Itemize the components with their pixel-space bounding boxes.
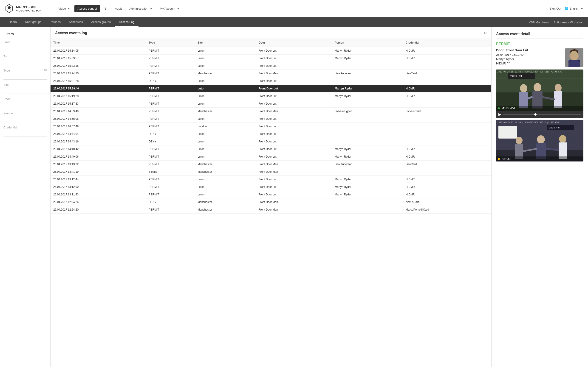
cell-0: 26.04.2017 15:19:28 [51,92,146,100]
cell-1: PERMIT [146,153,195,161]
cell-5 [403,138,491,145]
table-row[interactable]: 26.04.2017 13:41:19STATEManchesterFront … [51,168,491,176]
nav-audit[interactable]: Audit [112,5,125,12]
table-row[interactable]: 26.04.2017 14:58:06PERMITLutonFront Door… [51,115,491,123]
nav-bi[interactable]: BI [101,5,111,12]
main-header: MORPHEAN VIDEOPROTECTOR Video ▼ Access c… [0,0,588,17]
cell-0: 26.04.2017 13:43:22 [51,161,146,168]
cell-0: 26.04.2017 13:12:00 [51,183,146,191]
cell-5 [403,77,491,85]
table-row[interactable]: 26.04.2017 14:40:06PERMITLutonFront Door… [51,153,491,161]
sub-nav-access-groups[interactable]: Access groups [87,17,115,27]
cell-1: DENY [146,138,195,145]
nav-video[interactable]: Video ▼ [55,5,73,12]
table-row[interactable]: 26.04.2017 12:24:20PERMITManchesterFront… [51,206,491,214]
cell-2: London [195,123,256,130]
cell-4: Sylvain Egger [332,108,403,115]
cell-5: HIDMR [403,191,491,198]
cell-3: Front Door Lut [256,145,332,153]
cell-4: Martyn Ryder [332,176,403,183]
sub-nav-schedules[interactable]: Schedules [65,17,87,27]
svg-text:Metro Rail: Metro Rail [510,74,523,77]
camera-1-timeline[interactable] [503,114,581,115]
table-row[interactable]: 26.04.2017 14:44:04DENYLutonFront Door L… [51,130,491,138]
cell-4 [332,123,403,130]
table-row[interactable]: 26.04.2017 13:12:44PERMITLutonFront Door… [51,176,491,183]
table-row[interactable]: 26.04.2017 14:40:42PERMITLutonFront Door… [51,145,491,153]
camera-scene-1: Metro Rail [496,69,583,111]
table-row[interactable]: 26.04.2017 15:34:05PERMITLutonFront Door… [51,47,491,55]
cell-4 [332,115,403,123]
svg-point-8 [569,55,571,57]
detail-person-row: Door: Front Door Lut 26.04.2017 15:19:40… [496,48,583,67]
camera-1-timeline-bar: ▶ [496,111,583,118]
table-row[interactable]: 26.04.2017 12:24:26DENYManchesterFront D… [51,198,491,206]
site-input[interactable] [3,88,47,94]
cell-0: 26.04.2017 12:24:20 [51,206,146,214]
cell-2: Luton [195,145,256,153]
nav-administration[interactable]: Administration ▼ [126,5,156,12]
cell-4 [332,100,403,108]
table-row[interactable]: 26.04.2017 14:59:49PERMITManchesterFront… [51,108,491,115]
detail-info: Door: Front Door Lut 26.04.2017 15:19:40… [496,48,562,67]
to-label: To [3,55,47,58]
table-row[interactable]: 26.04.2017 13:43:22PERMITManchesterFront… [51,161,491,168]
cell-2: Luton [195,138,256,145]
sub-nav-door-groups[interactable]: Door groups [21,17,46,27]
svg-point-39 [537,135,545,144]
refresh-button[interactable]: ↻ [484,31,487,35]
header-right: Sign Out 🌐 English ▼ [550,7,583,10]
sub-nav-persons[interactable]: Persons [45,17,65,27]
cell-4: Martyn Ryder [332,55,403,62]
type-input[interactable] [3,74,47,80]
table-row[interactable]: 26.04.2017 13:12:00PERMITLutonFront Door… [51,183,491,191]
cell-3: Front Door Lut [256,130,332,138]
sub-nav-items: Doors Door groups Persons Schedules Acce… [5,17,529,27]
cell-5: HIDMR [403,183,491,191]
cell-1: DENY [146,77,195,85]
table-row[interactable]: 26.04.2017 14:43:16DENYLutonFront Door L… [51,138,491,145]
table-row[interactable]: 26.04.2017 13:11:43PERMITLutonFront Door… [51,191,491,198]
camera-2-overlay: 2017-04-26 15:19:39 | ACC0E87E6D0 692 Kb… [497,121,560,124]
svg-point-7 [575,55,577,56]
sub-nav-access-log[interactable]: Access Log [115,17,138,27]
cell-0: 26.04.2017 14:43:16 [51,138,146,145]
from-input[interactable] [3,46,47,51]
camera-1-play-btn[interactable]: ▶ [498,112,501,117]
table-row[interactable]: 26.04.2017 15:17:33PERMITLutonFront Door… [51,100,491,108]
cell-4 [332,198,403,206]
cell-5: NexusCard [403,198,491,206]
sub-nav-doors[interactable]: Doors [5,17,21,27]
cell-5: HIDMR [403,47,491,55]
filters-title: Filters [3,32,47,36]
nav-access-control[interactable]: Access control [74,5,100,12]
nav-my-account[interactable]: My Account ▼ [157,5,183,12]
table-row[interactable]: 26.04.2017 15:21:28DENYLutonFront Door L… [51,77,491,85]
table-row[interactable]: 26.04.2017 15:19:40PERMITLutonFront Door… [51,85,491,92]
cell-1: PERMIT [146,191,195,198]
cell-4 [332,168,403,176]
credential-input[interactable] [3,131,47,136]
language-selector[interactable]: 🌐 English ▼ [565,7,583,10]
cell-2: Luton [195,77,256,85]
sign-out-button[interactable]: Sign Out [550,7,561,10]
cell-0: 26.04.2017 14:58:06 [51,115,146,123]
person-input[interactable] [3,117,47,122]
door-input[interactable] [3,102,47,108]
table-row[interactable]: 26.04.2017 15:19:28PERMITLutonFront Door… [51,92,491,100]
table-row[interactable]: 26.04.2017 15:33:57PERMITLutonFront Door… [51,55,491,62]
to-input[interactable] [3,60,47,65]
cell-0: 26.04.2017 15:19:40 [51,85,146,92]
cell-2: Manchester [195,168,256,176]
camera-feed-2: Metro Rail [496,120,583,161]
type-icon[interactable]: ⊞ [44,68,47,72]
table-row[interactable]: 26.04.2017 15:24:20PERMITManchesterFront… [51,70,491,77]
site-label: Site [3,83,47,86]
vsp-morphean-link[interactable]: VSP Morphean [529,21,549,24]
table-row[interactable]: 26.04.2017 14:57:48PERMITLondonFront Doo… [51,123,491,130]
svg-point-37 [516,137,523,144]
cell-5: HIDMR [403,176,491,183]
table-row[interactable]: 26.04.2017 15:33:15PERMITLutonFront Door… [51,62,491,70]
cell-1: PERMIT [146,55,195,62]
softorama-link[interactable]: Softorama - Workshop [553,21,583,24]
